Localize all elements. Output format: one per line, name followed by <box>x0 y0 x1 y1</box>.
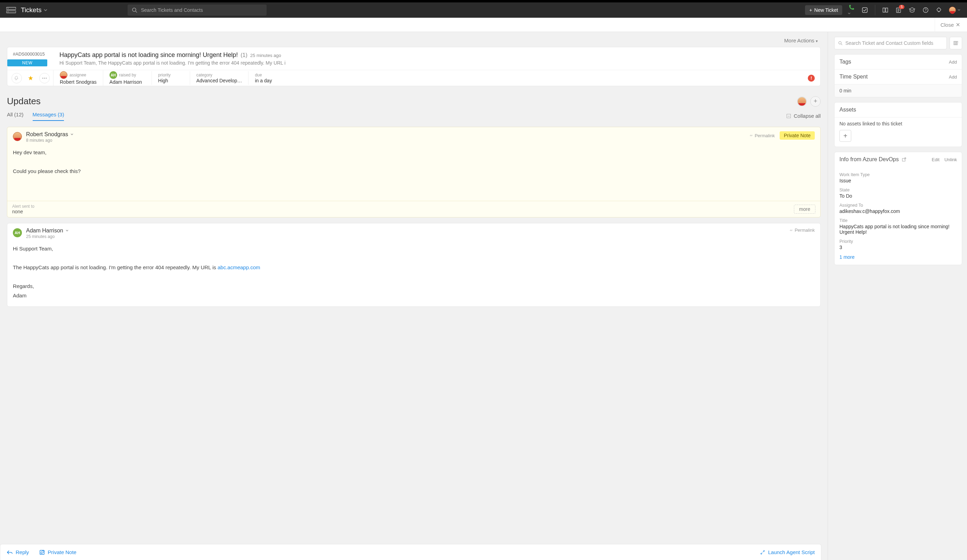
raised-by-avatar-icon: AH <box>109 71 117 79</box>
devops-title: Info from Azure DevOps <box>840 156 899 163</box>
devops-panel: Info from Azure DevOps Edit Unlink Work … <box>834 152 962 265</box>
private-note-button[interactable]: Private Note <box>39 549 76 555</box>
ticket-title[interactable]: HappyCats app portal is not loading sinc… <box>59 51 238 59</box>
tags-add-button[interactable]: Add <box>949 59 957 64</box>
devops-field: Assigned Toadikeshav.c@happyfox.com <box>840 203 957 214</box>
alert-sent-label: Alert sent to <box>12 204 35 209</box>
graduation-icon[interactable] <box>909 7 916 13</box>
svg-point-24 <box>839 41 841 44</box>
plus-icon: + <box>809 7 812 13</box>
svg-point-3 <box>8 12 8 12</box>
add-asset-button[interactable]: + <box>840 130 851 142</box>
external-link-icon[interactable] <box>902 157 906 162</box>
svg-text:?: ? <box>924 8 927 12</box>
tab-all[interactable]: All (12) <box>7 112 24 121</box>
devops-field: Priority3 <box>840 239 957 250</box>
svg-point-2 <box>8 8 8 9</box>
participant-avatar-icon[interactable] <box>797 97 807 106</box>
message-author[interactable]: Robert Snodgras <box>26 131 74 138</box>
bulb-icon[interactable] <box>936 7 942 13</box>
right-sidebar: Tags Add Time Spent Add 0 min Assets No … <box>828 32 967 560</box>
global-search-input[interactable] <box>141 7 262 13</box>
ticket-age: 25 minutes ago <box>250 53 281 58</box>
ellipsis-icon[interactable] <box>39 73 50 83</box>
collapse-all-button[interactable]: Collapse all <box>787 113 821 121</box>
tools-icon <box>760 550 766 555</box>
help-icon[interactable]: ? <box>922 7 929 13</box>
devops-field: TitleHappyCats app portal is not loading… <box>840 218 957 235</box>
ticket-status-badge: NEW <box>7 59 47 66</box>
devops-field-value: Issue <box>840 178 957 183</box>
meta-due[interactable]: due in a day <box>248 71 297 85</box>
close-button[interactable]: Close <box>941 22 960 28</box>
more-button[interactable]: more <box>794 204 815 214</box>
devops-field: StateTo Do <box>840 188 957 199</box>
svg-line-25 <box>841 44 842 45</box>
meta-priority[interactable]: priority High <box>152 71 190 85</box>
meta-raised-by[interactable]: AHraised by Adam Harrison <box>103 70 152 86</box>
message-card: AH Adam Harrison 25 minutes ago Permalin… <box>7 223 821 307</box>
assets-panel: Assets No assets linked to this ticket + <box>834 102 962 147</box>
caret-down-icon: ▾ <box>816 39 818 43</box>
devops-edit-button[interactable]: Edit <box>932 157 939 162</box>
chevron-down-icon <box>70 133 74 136</box>
check-square-icon[interactable] <box>862 7 868 13</box>
more-actions-dropdown[interactable]: More Actions ▾ <box>7 36 821 47</box>
time-spent-add-button[interactable]: Add <box>949 74 957 79</box>
devops-field-label: Work Item Type <box>840 172 957 177</box>
svg-point-22 <box>46 77 47 79</box>
assets-empty-text: No assets linked to this ticket <box>840 121 957 127</box>
note-icon <box>39 550 45 555</box>
permalink-link[interactable]: Permalink <box>789 227 815 233</box>
devops-field-value: To Do <box>840 193 957 199</box>
svg-rect-27 <box>955 41 956 45</box>
message-time: 8 minutes ago <box>26 138 74 143</box>
meta-assignee[interactable]: assignee Robert Snodgras <box>53 70 103 86</box>
assignee-avatar-icon <box>60 71 68 79</box>
devops-more-link[interactable]: 1 more <box>840 254 957 260</box>
devops-unlink-button[interactable]: Unlink <box>944 157 957 162</box>
link-icon <box>789 228 793 232</box>
url-link[interactable]: abc.acmeapp.com <box>218 264 260 270</box>
private-note-badge: Private Note <box>780 131 815 140</box>
sidebar-search[interactable] <box>834 37 947 49</box>
sidebar-search-input[interactable] <box>845 40 943 46</box>
phone-icon[interactable] <box>848 4 855 16</box>
meta-category[interactable]: category Advanced Develop… <box>190 71 249 85</box>
tab-messages[interactable]: Messages (3) <box>33 112 64 121</box>
section-title[interactable]: Tickets <box>21 6 41 14</box>
chevron-down-icon[interactable] <box>43 8 48 12</box>
launch-agent-script-button[interactable]: Launch Agent Script <box>760 549 815 555</box>
more-actions-label: More Actions <box>784 38 814 43</box>
devops-field-value: adikeshav.c@happyfox.com <box>840 208 957 214</box>
pin-icon[interactable] <box>12 73 22 83</box>
alert-icon[interactable]: ! <box>808 75 815 82</box>
svg-point-21 <box>44 77 45 79</box>
add-participant-button[interactable]: + <box>810 96 821 107</box>
app-logo-icon <box>6 7 16 13</box>
message-avatar-icon <box>13 132 22 141</box>
collapse-all-label: Collapse all <box>794 113 821 119</box>
clipboard-icon[interactable]: 5 <box>895 7 902 13</box>
permalink-link[interactable]: Permalink <box>749 133 775 138</box>
message-card: Robert Snodgras 8 minutes ago Permalink … <box>7 127 821 217</box>
search-icon <box>838 41 843 46</box>
message-author[interactable]: Adam Harrison <box>26 227 69 234</box>
topbar: Tickets + New Ticket 5 ? <box>0 2 967 18</box>
svg-line-5 <box>135 11 137 13</box>
search-icon <box>132 7 137 13</box>
sidebar-library-button[interactable] <box>950 37 962 49</box>
user-menu[interactable] <box>949 7 961 13</box>
svg-rect-6 <box>862 8 867 13</box>
ticket-preview: Hi Support Team, The HappyCats app porta… <box>59 60 815 66</box>
reply-button[interactable]: Reply <box>7 549 29 555</box>
devops-field-value: 3 <box>840 245 957 250</box>
assets-title: Assets <box>840 107 856 113</box>
collapse-icon <box>787 114 791 118</box>
global-search[interactable] <box>127 5 267 16</box>
book-icon[interactable] <box>882 7 888 13</box>
devops-field-label: Title <box>840 218 957 223</box>
star-icon[interactable]: ★ <box>25 73 36 83</box>
message-body: Hi Support Team, The HappyCats app porta… <box>7 242 820 306</box>
new-ticket-button[interactable]: + New Ticket <box>805 5 842 15</box>
